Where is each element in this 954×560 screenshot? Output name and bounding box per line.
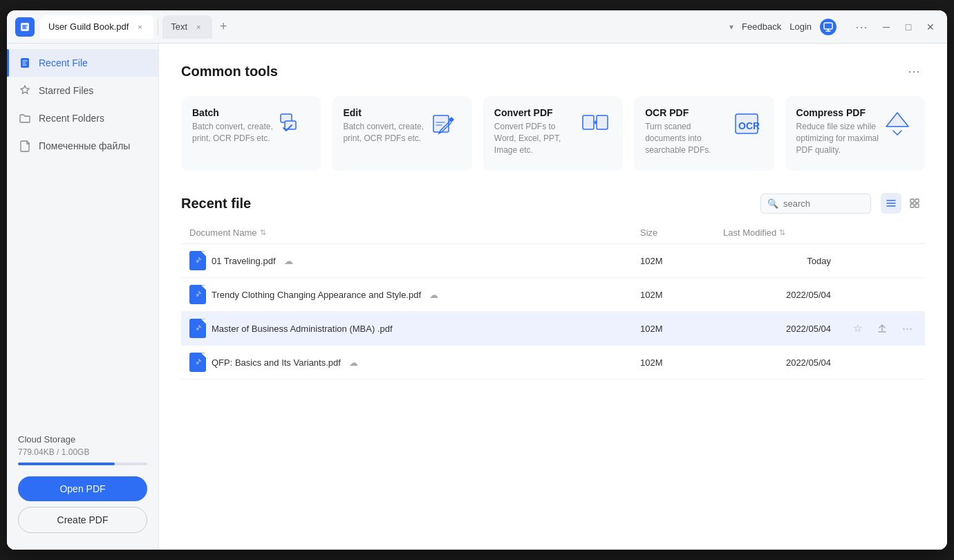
- list-view-button[interactable]: [881, 193, 901, 214]
- col-date-sort[interactable]: Last Modified ⇅: [723, 227, 831, 238]
- tool-card-compress[interactable]: Compress PDF Reduce file size while opti…: [785, 96, 925, 171]
- cloud-icon-4: ☁: [349, 357, 358, 368]
- tool-batch-desc: Batch convert, create, print, OCR PDFs e…: [192, 121, 277, 144]
- tool-card-ocr-info: OCR PDF Turn scaned documents into searc…: [645, 107, 729, 156]
- svg-marker-10: [886, 113, 908, 127]
- minimize-button[interactable]: ─: [878, 19, 895, 35]
- create-pdf-button[interactable]: Create PDF: [18, 507, 147, 533]
- tab-add-button[interactable]: +: [214, 17, 233, 37]
- tool-card-convert-info: Convert PDF Convert PDFs to Word, Excel,…: [494, 107, 579, 156]
- notification-icon[interactable]: [820, 19, 836, 35]
- main-content: Recent File Starred Files Recent Folders: [7, 44, 947, 550]
- recent-folders-icon: [18, 111, 32, 125]
- svg-rect-6: [583, 115, 594, 129]
- open-pdf-button[interactable]: Open PDF: [18, 476, 147, 501]
- upload-action-button[interactable]: [872, 319, 892, 338]
- tool-card-ocr-header: OCR PDF Turn scaned documents into searc…: [645, 107, 763, 156]
- recent-file-title: Recent file: [181, 196, 251, 212]
- svg-rect-12: [915, 199, 919, 203]
- svg-rect-14: [915, 204, 919, 207]
- file-size-cell-4: 102M: [632, 346, 715, 380]
- sidebar-item-pomechennye[interactable]: Помеченные файлы: [7, 132, 158, 160]
- file-row-name-4: QFP: Basics and Its Variants.pdf ☁: [189, 353, 624, 372]
- file-icon-3: [189, 319, 206, 338]
- tab-user-guild-book[interactable]: User Guild Book.pdf ×: [40, 15, 153, 39]
- recent-file-icon: [18, 56, 32, 70]
- login-button[interactable]: Login: [789, 21, 812, 32]
- more-options-button[interactable]: ⋯: [850, 16, 872, 38]
- file-name-cell-2: Trendy Clothing Changing Appearance and …: [181, 278, 632, 312]
- pomechennye-icon: [18, 139, 32, 153]
- sidebar-item-recent-folders-label: Recent Folders: [39, 113, 104, 124]
- grid-view-button[interactable]: [904, 193, 925, 214]
- col-header-name: Document Name ⇅: [181, 222, 632, 244]
- tool-card-edit[interactable]: Edit Batch convert, create, print, OCR P…: [332, 96, 471, 171]
- dropdown-chevron-icon[interactable]: ▾: [729, 22, 733, 32]
- storage-progress-bar: [18, 463, 147, 465]
- sidebar-item-starred-files[interactable]: Starred Files: [7, 77, 158, 104]
- file-date-cell-3: 2022/05/04: [715, 312, 839, 346]
- col-name-sort[interactable]: Document Name ⇅: [189, 227, 624, 238]
- date-sort-icon: ⇅: [779, 228, 785, 237]
- star-action-button[interactable]: ☆: [848, 319, 867, 338]
- file-icon-2: [189, 285, 206, 304]
- file-row-name-1: 01 Traveling.pdf ☁: [189, 251, 624, 270]
- svg-text:OCR: OCR: [738, 120, 760, 131]
- recent-file-section: Recent file 🔍: [181, 193, 925, 380]
- maximize-button[interactable]: □: [900, 19, 917, 35]
- content-area: Common tools ⋯ Batch Batch convert, crea…: [159, 44, 947, 550]
- title-bar: User Guild Book.pdf × Text × + ▾ Feedbac…: [7, 10, 947, 44]
- search-icon: 🔍: [767, 198, 778, 209]
- file-table: Document Name ⇅ Size Last Modified ⇅: [181, 222, 925, 380]
- file-row-name-3: Master of Business Administration (MBA) …: [189, 319, 624, 338]
- view-toggle: [881, 193, 925, 214]
- svg-rect-13: [910, 204, 914, 207]
- tool-ocr-name: OCR PDF: [645, 107, 729, 118]
- window-controls: ⋯ ─ □ ✕: [850, 16, 939, 38]
- tool-card-ocr[interactable]: OCR PDF Turn scaned documents into searc…: [634, 96, 774, 171]
- tool-convert-desc: Convert PDFs to Word, Excel, PPT, Image …: [494, 121, 579, 156]
- file-size-cell-1: 102M: [632, 244, 715, 278]
- sidebar-item-recent-file[interactable]: Recent File: [7, 49, 158, 77]
- tool-batch-name: Batch: [192, 107, 277, 118]
- more-action-button[interactable]: ⋯: [897, 319, 917, 338]
- cloud-icon-1: ☁: [284, 256, 293, 266]
- file-actions-cell-3: ☆ ⋯: [839, 312, 925, 346]
- tab-close-2[interactable]: ×: [193, 21, 204, 32]
- file-date-cell-2: 2022/05/04: [715, 278, 839, 312]
- tool-card-compress-header: Compress PDF Reduce file size while opti…: [796, 107, 914, 156]
- cloud-storage-usage: 779.04KB / 1.00GB: [18, 447, 147, 457]
- tool-compress-desc: Reduce file size while optimizing for ma…: [796, 121, 881, 156]
- tool-card-batch[interactable]: Batch Batch convert, create, print, OCR …: [181, 96, 321, 171]
- tool-card-convert-header: Convert PDF Convert PDFs to Word, Excel,…: [494, 107, 612, 156]
- close-button[interactable]: ✕: [922, 19, 939, 35]
- tab-close-1[interactable]: ×: [134, 21, 145, 32]
- title-bar-right: ▾ Feedback Login ⋯ ─ □ ✕: [729, 16, 939, 38]
- recent-file-header: Recent file 🔍: [181, 193, 925, 214]
- svg-rect-7: [597, 115, 608, 129]
- common-tools-more-button[interactable]: ⋯: [903, 60, 925, 82]
- tool-compress-icon: [881, 107, 914, 140]
- table-row: QFP: Basics and Its Variants.pdf ☁ 102M …: [181, 346, 925, 380]
- col-header-last-modified: Last Modified ⇅: [715, 222, 839, 244]
- tool-ocr-desc: Turn scaned documents into searchable PD…: [645, 121, 729, 156]
- svg-rect-1: [824, 23, 832, 29]
- tool-convert-icon: [579, 107, 612, 140]
- tool-card-convert[interactable]: Convert PDF Convert PDFs to Word, Excel,…: [483, 96, 623, 171]
- tab-text[interactable]: Text ×: [162, 15, 212, 39]
- common-tools-header: Common tools ⋯: [181, 60, 925, 82]
- common-tools-title: Common tools: [181, 64, 278, 80]
- feedback-button[interactable]: Feedback: [742, 21, 781, 32]
- sidebar-item-recent-folders[interactable]: Recent Folders: [7, 104, 158, 132]
- tool-card-edit-header: Edit Batch convert, create, print, OCR P…: [343, 107, 460, 144]
- sidebar-bottom: Cloud Storage 779.04KB / 1.00GB Open PDF…: [7, 423, 158, 544]
- tool-card-edit-info: Edit Batch convert, create, print, OCR P…: [343, 107, 427, 144]
- search-wrapper: 🔍: [760, 194, 871, 214]
- tool-edit-name: Edit: [343, 107, 427, 118]
- file-icon-1: [189, 251, 206, 270]
- sidebar-item-starred-files-label: Starred Files: [39, 85, 93, 96]
- file-name-cell-3: Master of Business Administration (MBA) …: [181, 312, 632, 346]
- tool-card-batch-header: Batch Batch convert, create, print, OCR …: [192, 107, 310, 144]
- table-row: Trendy Clothing Changing Appearance and …: [181, 278, 925, 312]
- file-size-cell-3: 102M: [632, 312, 715, 346]
